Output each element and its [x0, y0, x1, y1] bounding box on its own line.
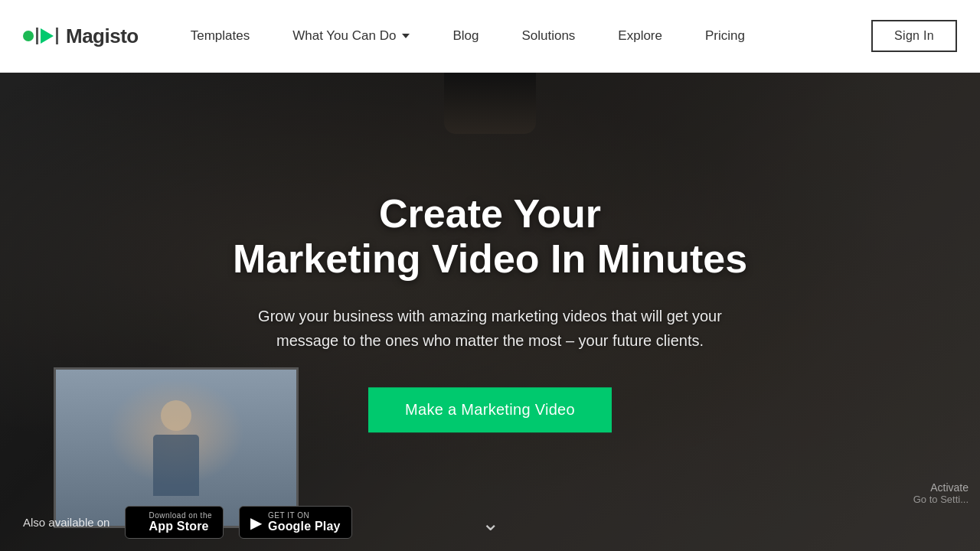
nav-link-templates[interactable]: Templates	[169, 28, 271, 44]
navbar: Magisto Templates What You Can Do Blog S…	[0, 0, 980, 73]
logo-bar	[36, 28, 38, 44]
cta-button[interactable]: Make a Marketing Video	[368, 387, 612, 432]
nav-link-blog[interactable]: Blog	[431, 28, 500, 44]
logo-icon	[23, 28, 58, 44]
hero-title: Create Your Marketing Video In Minutes	[184, 191, 796, 283]
signin-button[interactable]: Sign In	[871, 20, 957, 52]
logo-text: Magisto	[66, 24, 139, 48]
hero-section: Create Your Marketing Video In Minutes G…	[0, 73, 980, 551]
app-store-badge[interactable]:  Download on the App Store	[125, 506, 224, 539]
nav-link-what-you-can-do[interactable]: What You Can Do	[271, 28, 431, 44]
nav-link-pricing[interactable]: Pricing	[684, 28, 766, 44]
nav-links: Templates What You Can Do Blog Solutions…	[169, 28, 871, 44]
google-play-text: GET IT ON Google Play	[268, 511, 341, 533]
logo-bar2	[56, 28, 58, 44]
nav-link-solutions[interactable]: Solutions	[500, 28, 596, 44]
camera-top	[444, 73, 536, 134]
google-play-icon: ▶	[250, 514, 262, 532]
person-body	[153, 435, 199, 496]
scroll-down-arrow[interactable]: ⌄	[482, 510, 499, 536]
apple-icon: 	[136, 513, 142, 533]
hero-subtitle: Grow your business with amazing marketin…	[230, 304, 750, 353]
hero-content: Create Your Marketing Video In Minutes G…	[184, 191, 796, 433]
nav-link-explore[interactable]: Explore	[596, 28, 684, 44]
chevron-down-icon	[402, 34, 410, 38]
logo[interactable]: Magisto	[23, 24, 139, 48]
activate-watermark: Activate Go to Setti...	[913, 481, 969, 505]
google-play-badge[interactable]: ▶ GET IT ON Google Play	[239, 506, 352, 539]
logo-dot	[23, 31, 34, 41]
logo-play-triangle	[41, 28, 54, 44]
also-available-text: Also available on	[23, 516, 109, 529]
app-store-text: Download on the App Store	[149, 511, 212, 533]
nav-right: Sign In	[871, 20, 957, 52]
